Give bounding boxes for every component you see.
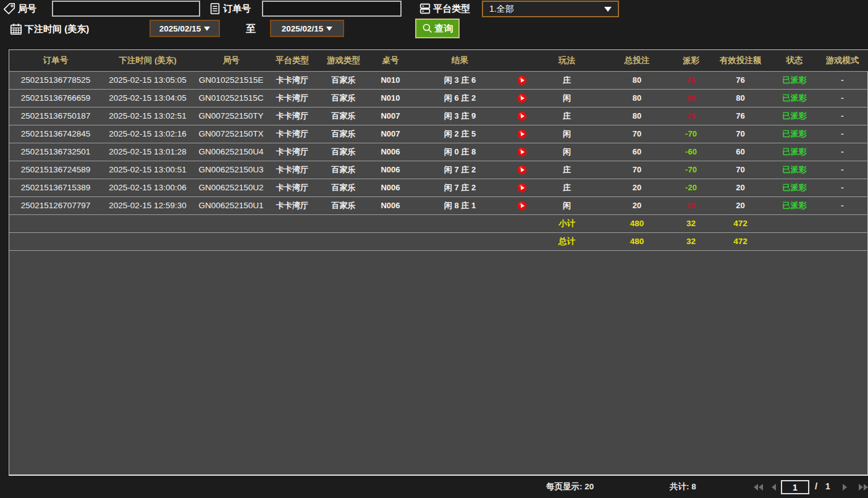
cell-result: 闲 6 庄 2 xyxy=(410,89,510,107)
cell-bet-time: 2025-02-15 13:02:16 xyxy=(102,125,193,143)
cell-game-mode: - xyxy=(816,196,868,214)
date-to-value: 2025/02/15 xyxy=(282,24,324,33)
cell-platform: 卡卡湾厅 xyxy=(269,107,316,125)
prev-page-icon[interactable] xyxy=(770,483,777,491)
total-row-label: 总计 xyxy=(534,232,600,250)
cell-game-mode: - xyxy=(816,125,868,143)
cell-play: 闲 xyxy=(534,125,600,143)
replay-video-icon[interactable] xyxy=(517,93,527,103)
cell-game-type: 百家乐 xyxy=(316,143,371,161)
platform-type-label: 平台类型 xyxy=(433,3,470,15)
cell-bet-time: 2025-02-15 13:04:05 xyxy=(102,89,193,107)
cell-play: 闲 xyxy=(534,196,600,214)
platform-type-select[interactable]: 1.全部 xyxy=(482,1,619,17)
last-page-icon[interactable] xyxy=(857,483,868,491)
cell-round-id: GN006252150U4 xyxy=(193,143,269,161)
cell-round-id: GN007252150TX xyxy=(193,125,269,143)
total-count-label: 共计: 8 xyxy=(670,481,696,492)
cell-round-id: GN0102521515E xyxy=(193,71,269,89)
cell-status: 已派彩 xyxy=(773,143,816,161)
cell-platform: 卡卡湾厅 xyxy=(269,89,316,107)
cell-result: 闲 3 庄 9 xyxy=(410,107,510,125)
replay-video-icon[interactable] xyxy=(517,111,527,121)
replay-video-icon[interactable] xyxy=(517,165,527,175)
per-page-label: 每页显示: 20 xyxy=(546,481,594,492)
cell-status: 已派彩 xyxy=(773,161,816,179)
total-row: 总计48032472 xyxy=(9,232,868,250)
header-platform: 平台类型 xyxy=(269,50,316,71)
cell-replay xyxy=(510,161,534,179)
cell-game-mode: - xyxy=(816,71,868,89)
cell-game-type: 百家乐 xyxy=(316,71,371,89)
header-bet-time: 下注时间 (美东) xyxy=(102,50,193,71)
cell-result: 闲 8 庄 1 xyxy=(410,196,510,214)
search-icon xyxy=(422,23,433,34)
cell-order-id: 250215136715389 xyxy=(9,179,102,196)
cell-payout: 76 xyxy=(674,71,708,89)
replay-video-icon[interactable] xyxy=(517,201,527,211)
cell-result: 闲 7 庄 2 xyxy=(410,179,510,196)
total-row-total-bet: 480 xyxy=(600,232,674,250)
cell-replay xyxy=(510,196,534,214)
cell-game-mode: - xyxy=(816,143,868,161)
cell-payout: -60 xyxy=(674,143,708,161)
replay-video-icon[interactable] xyxy=(517,147,527,157)
table-row: 2502151367666592025-02-15 13:04:05GN0102… xyxy=(9,89,868,107)
cell-payout: 20 xyxy=(674,196,708,214)
cell-round-id: GN0102521515C xyxy=(193,89,269,107)
first-page-icon[interactable] xyxy=(753,483,764,491)
cell-payout: 76 xyxy=(674,107,708,125)
cell-valid-bet: 60 xyxy=(708,143,773,161)
table-row: 2502151367245892025-02-15 13:00:51GN0062… xyxy=(9,161,868,179)
header-table-no: 桌号 xyxy=(371,50,410,71)
bet-time-label: 下注时间 (美东) xyxy=(25,23,89,35)
cell-valid-bet: 76 xyxy=(708,107,773,125)
cell-bet-time: 2025-02-15 13:01:28 xyxy=(102,143,193,161)
platform-stack-icon xyxy=(418,2,432,18)
cell-status: 已派彩 xyxy=(773,71,816,89)
page-number-input[interactable] xyxy=(781,480,809,494)
cell-play: 庄 xyxy=(534,107,600,125)
subtotal-row-total-bet: 480 xyxy=(600,214,674,232)
date-from-picker[interactable]: 2025/02/15 xyxy=(150,20,220,37)
subtotal-row: 小计48032472 xyxy=(9,214,868,232)
replay-video-icon[interactable] xyxy=(517,183,527,193)
cell-payout: -70 xyxy=(674,161,708,179)
date-from-value: 2025/02/15 xyxy=(159,24,201,33)
cell-total-bet: 20 xyxy=(600,196,674,214)
cell-payout: -70 xyxy=(674,125,708,143)
total-row-payout: 32 xyxy=(674,232,708,250)
cell-order-id: 250215136778525 xyxy=(9,71,102,89)
chevron-down-icon xyxy=(604,7,612,12)
query-button[interactable]: 查询 xyxy=(415,19,460,38)
cell-game-type: 百家乐 xyxy=(316,161,371,179)
cell-bet-time: 2025-02-15 13:00:51 xyxy=(102,161,193,179)
table-row: 2502151267077972025-02-15 12:59:30GN0062… xyxy=(9,196,868,214)
tag-icon xyxy=(2,2,16,18)
header-total-bet: 总投注 xyxy=(600,50,674,71)
cell-status: 已派彩 xyxy=(773,89,816,107)
cell-table-no: N007 xyxy=(371,125,410,143)
date-to-picker[interactable]: 2025/02/15 xyxy=(270,20,344,37)
cell-bet-time: 2025-02-15 12:59:30 xyxy=(102,196,193,214)
cell-payout: 80 xyxy=(674,89,708,107)
order-id-input[interactable] xyxy=(262,1,402,17)
cell-game-mode: - xyxy=(816,107,868,125)
total-row-valid-bet: 472 xyxy=(708,232,773,250)
cell-game-type: 百家乐 xyxy=(316,196,371,214)
replay-video-icon[interactable] xyxy=(517,75,527,85)
cell-play: 闲 xyxy=(534,89,600,107)
round-id-input[interactable] xyxy=(52,1,200,17)
cell-valid-bet: 70 xyxy=(708,125,773,143)
table-row: 2502151367785252025-02-15 13:05:05GN0102… xyxy=(9,71,868,89)
cell-valid-bet: 70 xyxy=(708,161,773,179)
header-valid-bet: 有效投注额 xyxy=(708,50,773,71)
cell-platform: 卡卡湾厅 xyxy=(269,125,316,143)
cell-result: 闲 2 庄 5 xyxy=(410,125,510,143)
header-game-type: 游戏类型 xyxy=(316,50,371,71)
next-page-icon[interactable] xyxy=(841,483,848,491)
cell-replay xyxy=(510,125,534,143)
platform-type-value: 1.全部 xyxy=(489,4,604,15)
replay-video-icon[interactable] xyxy=(517,129,527,139)
cell-table-no: N007 xyxy=(371,107,410,125)
